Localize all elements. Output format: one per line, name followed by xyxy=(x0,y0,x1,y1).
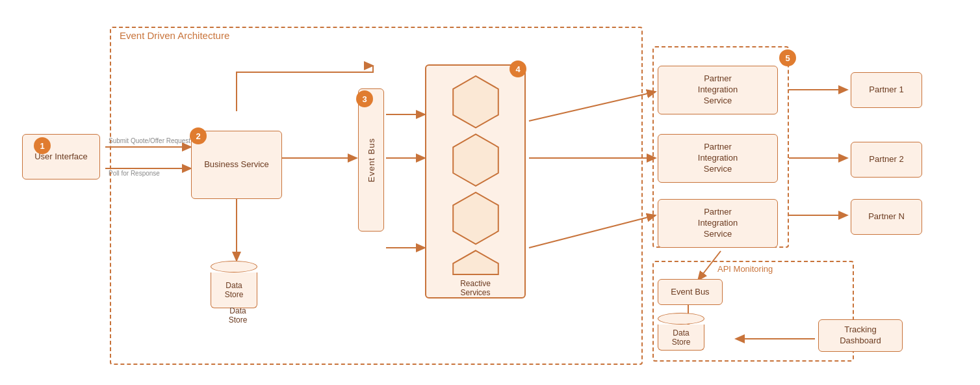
data-store-main-label: DataStore xyxy=(214,306,261,325)
api-monitoring-label: API Monitoring xyxy=(717,264,773,274)
svg-marker-18 xyxy=(453,76,498,128)
badge-4: 4 xyxy=(509,60,526,77)
event-bus-api: Event Bus xyxy=(658,279,723,305)
svg-marker-19 xyxy=(453,134,498,186)
partner-1: Partner 1 xyxy=(851,72,922,108)
reactive-services-label: Reactive Services xyxy=(460,279,491,297)
user-interface-component: User Interface xyxy=(22,134,100,179)
data-store-main: Data Store xyxy=(211,261,257,308)
partner-integration-3: Partner Integration Service xyxy=(658,199,778,248)
data-store-api: Data Store xyxy=(658,313,704,351)
partner-integration-1: Partner Integration Service xyxy=(658,66,778,114)
badge-1: 1 xyxy=(34,137,51,154)
svg-marker-20 xyxy=(453,192,498,245)
event-bus-component: Event Bus xyxy=(358,88,384,232)
reactive-services-box: Reactive Services xyxy=(425,64,526,299)
partner-integration-2: Partner Integration Service xyxy=(658,134,778,183)
badge-2: 2 xyxy=(190,127,207,144)
badge-3: 3 xyxy=(356,90,373,107)
submit-label: Submit Quote/Offer Request xyxy=(109,137,190,144)
hexagons-svg xyxy=(446,71,505,278)
tracking-dashboard: Tracking Dashboard xyxy=(818,319,903,352)
event-driven-label: Event Driven Architecture xyxy=(120,30,229,41)
svg-marker-21 xyxy=(453,250,498,274)
partner-n: Partner N xyxy=(851,199,922,235)
architecture-diagram: Event Driven Architecture 1 User Interfa… xyxy=(9,7,971,378)
poll-label: Poll for Response xyxy=(109,170,160,177)
badge-5: 5 xyxy=(779,49,796,66)
partner-2: Partner 2 xyxy=(851,142,922,178)
